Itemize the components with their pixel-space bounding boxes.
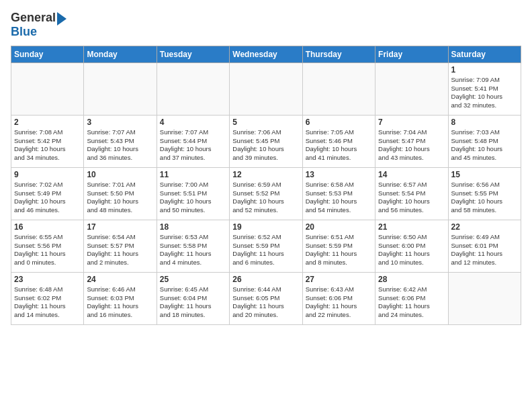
calendar-cell: 13Sunrise: 6:58 AM Sunset: 5:53 PM Dayli… (302, 167, 375, 220)
calendar-header-thursday: Thursday (302, 46, 375, 62)
day-info: Sunrise: 7:04 AM Sunset: 5:47 PM Dayligh… (378, 128, 445, 163)
calendar-header-sunday: Sunday (11, 46, 84, 62)
day-info: Sunrise: 6:42 AM Sunset: 6:06 PM Dayligh… (378, 285, 445, 320)
day-number: 20 (306, 222, 372, 232)
calendar-cell: 22Sunrise: 6:49 AM Sunset: 6:01 PM Dayli… (448, 220, 521, 272)
day-info: Sunrise: 7:07 AM Sunset: 5:43 PM Dayligh… (87, 128, 153, 163)
calendar-week-row: 16Sunrise: 6:55 AM Sunset: 5:56 PM Dayli… (11, 220, 521, 272)
day-info: Sunrise: 6:51 AM Sunset: 5:59 PM Dayligh… (306, 233, 372, 267)
calendar-header-tuesday: Tuesday (157, 46, 229, 62)
day-number: 26 (232, 275, 299, 284)
day-number: 21 (378, 222, 445, 232)
calendar-cell: 24Sunrise: 6:46 AM Sunset: 6:03 PM Dayli… (84, 272, 157, 324)
calendar-header-row: SundayMondayTuesdayWednesdayThursdayFrid… (11, 46, 521, 62)
day-info: Sunrise: 6:59 AM Sunset: 5:52 PM Dayligh… (232, 181, 299, 215)
day-info: Sunrise: 6:58 AM Sunset: 5:53 PM Dayligh… (306, 181, 372, 215)
calendar-cell: 18Sunrise: 6:53 AM Sunset: 5:58 PM Dayli… (157, 220, 229, 272)
day-info: Sunrise: 6:49 AM Sunset: 6:01 PM Dayligh… (451, 233, 518, 267)
day-number: 3 (87, 118, 153, 127)
day-number: 18 (160, 222, 226, 232)
calendar-cell: 3Sunrise: 7:07 AM Sunset: 5:43 PM Daylig… (84, 115, 157, 167)
day-info: Sunrise: 6:55 AM Sunset: 5:56 PM Dayligh… (14, 233, 81, 267)
day-number: 5 (232, 118, 299, 127)
calendar-cell: 10Sunrise: 7:01 AM Sunset: 5:50 PM Dayli… (84, 167, 157, 220)
day-info: Sunrise: 6:57 AM Sunset: 5:54 PM Dayligh… (378, 181, 445, 215)
calendar-header-friday: Friday (375, 46, 448, 62)
day-info: Sunrise: 7:09 AM Sunset: 5:41 PM Dayligh… (451, 76, 518, 110)
day-info: Sunrise: 6:43 AM Sunset: 6:06 PM Dayligh… (306, 285, 372, 320)
calendar-cell: 28Sunrise: 6:42 AM Sunset: 6:06 PM Dayli… (375, 272, 448, 324)
calendar-cell: 25Sunrise: 6:45 AM Sunset: 6:04 PM Dayli… (157, 272, 229, 324)
calendar-cell: 23Sunrise: 6:48 AM Sunset: 6:02 PM Dayli… (11, 272, 84, 324)
day-number: 25 (160, 275, 226, 284)
calendar-cell: 5Sunrise: 7:06 AM Sunset: 5:45 PM Daylig… (230, 115, 302, 167)
calendar-cell: 1Sunrise: 7:09 AM Sunset: 5:41 PM Daylig… (448, 62, 521, 115)
day-info: Sunrise: 6:50 AM Sunset: 6:00 PM Dayligh… (378, 233, 445, 267)
day-number: 11 (160, 170, 226, 179)
day-info: Sunrise: 7:06 AM Sunset: 5:45 PM Dayligh… (232, 128, 299, 163)
day-number: 19 (232, 222, 299, 232)
calendar-week-row: 23Sunrise: 6:48 AM Sunset: 6:02 PM Dayli… (11, 272, 521, 324)
calendar-cell: 7Sunrise: 7:04 AM Sunset: 5:47 PM Daylig… (375, 115, 448, 167)
day-info: Sunrise: 7:02 AM Sunset: 5:49 PM Dayligh… (14, 181, 81, 215)
day-info: Sunrise: 6:44 AM Sunset: 6:05 PM Dayligh… (232, 285, 299, 320)
day-number: 4 (160, 118, 226, 127)
day-info: Sunrise: 7:03 AM Sunset: 5:48 PM Dayligh… (451, 128, 518, 163)
day-number: 1 (451, 65, 518, 75)
calendar-cell: 8Sunrise: 7:03 AM Sunset: 5:48 PM Daylig… (448, 115, 521, 167)
day-number: 13 (306, 170, 372, 179)
calendar-cell: 14Sunrise: 6:57 AM Sunset: 5:54 PM Dayli… (375, 167, 448, 220)
calendar-cell (84, 62, 157, 115)
day-info: Sunrise: 6:48 AM Sunset: 6:02 PM Dayligh… (14, 285, 81, 320)
calendar-cell (448, 272, 521, 324)
day-number: 7 (378, 118, 445, 127)
day-info: Sunrise: 6:54 AM Sunset: 5:57 PM Dayligh… (87, 233, 153, 267)
day-info: Sunrise: 7:00 AM Sunset: 5:51 PM Dayligh… (160, 181, 226, 215)
day-info: Sunrise: 6:46 AM Sunset: 6:03 PM Dayligh… (87, 285, 153, 320)
day-number: 2 (14, 118, 81, 127)
day-info: Sunrise: 6:52 AM Sunset: 5:59 PM Dayligh… (232, 233, 299, 267)
day-info: Sunrise: 6:56 AM Sunset: 5:55 PM Dayligh… (451, 181, 518, 215)
calendar-cell: 16Sunrise: 6:55 AM Sunset: 5:56 PM Dayli… (11, 220, 84, 272)
calendar-cell: 20Sunrise: 6:51 AM Sunset: 5:59 PM Dayli… (302, 220, 375, 272)
calendar-cell: 9Sunrise: 7:02 AM Sunset: 5:49 PM Daylig… (11, 167, 84, 220)
calendar-cell (157, 62, 229, 115)
calendar-cell: 6Sunrise: 7:05 AM Sunset: 5:46 PM Daylig… (302, 115, 375, 167)
calendar-week-row: 1Sunrise: 7:09 AM Sunset: 5:41 PM Daylig… (11, 62, 521, 115)
day-number: 9 (14, 170, 81, 179)
day-info: Sunrise: 6:45 AM Sunset: 6:04 PM Dayligh… (160, 285, 226, 320)
calendar-cell (230, 62, 302, 115)
logo: General Blue (11, 11, 66, 39)
calendar-cell: 19Sunrise: 6:52 AM Sunset: 5:59 PM Dayli… (230, 220, 302, 272)
day-number: 8 (451, 118, 518, 127)
day-number: 12 (232, 170, 299, 179)
logo-general: General (11, 11, 56, 25)
calendar-cell: 26Sunrise: 6:44 AM Sunset: 6:05 PM Dayli… (230, 272, 302, 324)
calendar-cell (375, 62, 448, 115)
calendar-cell: 11Sunrise: 7:00 AM Sunset: 5:51 PM Dayli… (157, 167, 229, 220)
calendar-cell (11, 62, 84, 115)
logo-blue: Blue (11, 26, 66, 39)
calendar-cell: 4Sunrise: 7:07 AM Sunset: 5:44 PM Daylig… (157, 115, 229, 167)
day-number: 10 (87, 170, 153, 179)
day-info: Sunrise: 7:08 AM Sunset: 5:42 PM Dayligh… (14, 128, 81, 163)
calendar-cell: 15Sunrise: 6:56 AM Sunset: 5:55 PM Dayli… (448, 167, 521, 220)
calendar-header-monday: Monday (84, 46, 157, 62)
calendar-cell: 2Sunrise: 7:08 AM Sunset: 5:42 PM Daylig… (11, 115, 84, 167)
calendar-header-saturday: Saturday (448, 46, 521, 62)
logo-arrow-icon (57, 12, 66, 26)
day-number: 16 (14, 222, 81, 232)
calendar-table: SundayMondayTuesdayWednesdayThursdayFrid… (11, 46, 521, 325)
calendar-cell (302, 62, 375, 115)
day-number: 14 (378, 170, 445, 179)
day-info: Sunrise: 7:05 AM Sunset: 5:46 PM Dayligh… (306, 128, 372, 163)
day-info: Sunrise: 7:07 AM Sunset: 5:44 PM Dayligh… (160, 128, 226, 163)
calendar-week-row: 2Sunrise: 7:08 AM Sunset: 5:42 PM Daylig… (11, 115, 521, 167)
day-info: Sunrise: 7:01 AM Sunset: 5:50 PM Dayligh… (87, 181, 153, 215)
day-number: 28 (378, 275, 445, 284)
day-number: 6 (306, 118, 372, 127)
day-info: Sunrise: 6:53 AM Sunset: 5:58 PM Dayligh… (160, 233, 226, 267)
calendar-header-wednesday: Wednesday (230, 46, 302, 62)
day-number: 23 (14, 275, 81, 284)
calendar-cell: 27Sunrise: 6:43 AM Sunset: 6:06 PM Dayli… (302, 272, 375, 324)
